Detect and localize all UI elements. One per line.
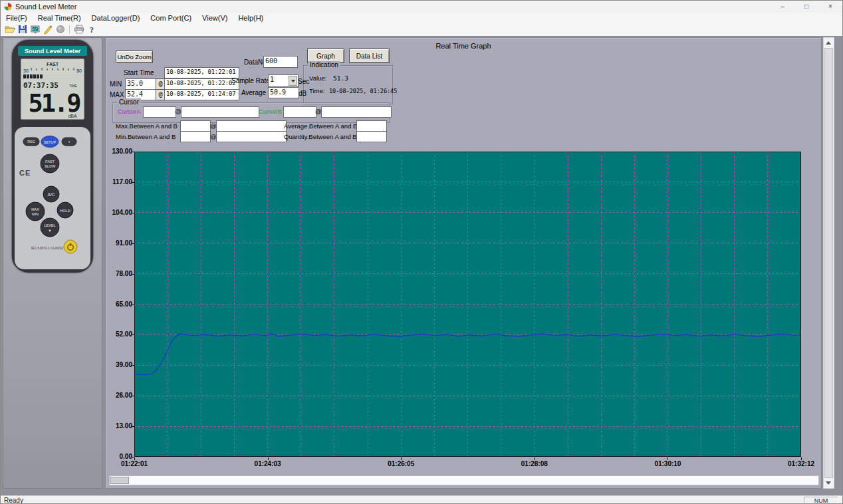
y-axis-label: 39.00 [106,361,132,368]
axis-tick [667,457,668,460]
ac-label: A/C [48,192,55,197]
iec-class-label: IEC 61672-1 CLASS2 [31,246,64,250]
y-axis-label: 13.00 [106,422,132,430]
y-axis-label: 26.00 [106,392,132,399]
menu-com-port[interactable]: Com Port(C) [145,14,197,22]
setup-pen-icon[interactable] [41,23,54,35]
menu-real-time[interactable]: Real Time(R) [33,14,86,22]
scroll-up-icon[interactable] [826,41,831,45]
fast-label: FAST [45,160,55,164]
stop-record-icon[interactable] [54,23,66,35]
scroll-down-icon[interactable] [826,481,831,485]
axis-tick [132,305,134,305]
lcd-scale-high: 80 [76,68,82,73]
status-text: Ready [4,497,23,504]
setup-button-label: SETUP [44,140,57,144]
menu-view[interactable]: View(V) [197,14,233,22]
axis-tick [132,334,134,335]
menu-bar: File(F) Real Time(R) DataLogger(D) Com P… [1,13,842,23]
minimize-button[interactable]: – [771,1,794,13]
axis-tick [801,457,802,460]
axis-tick [535,457,535,460]
app-icon [4,3,12,11]
menu-help[interactable]: Help(H) [233,14,269,22]
maximize-button[interactable]: □ [794,1,818,13]
y-axis-label: 65.00 [106,301,132,308]
lcd-scale-low: 30 [23,68,29,73]
menu-file[interactable]: File(F) [1,14,33,22]
slow-label: SLOW [45,164,56,168]
x-axis-label: 01:26:05 [371,460,431,467]
status-num-indicator: NUM [804,497,838,504]
open-icon[interactable] [3,23,16,35]
close-button[interactable]: × [818,1,842,13]
realtime-monitor-icon[interactable] [29,23,41,35]
axis-tick [132,274,134,275]
realtime-chart[interactable] [134,152,801,457]
x-axis-label: 01:32:12 [771,460,822,467]
horizontal-scrollbar[interactable] [109,475,819,485]
axis-tick [132,182,134,183]
vertical-scrollbar-thumb[interactable] [824,48,833,478]
y-axis-label: 104.00 [106,209,132,216]
axis-tick [268,457,269,460]
app-window: Sound Level Meter – □ × File(F) Real Tim… [0,0,843,504]
axis-tick [401,457,402,460]
plot[interactable] [134,152,801,457]
print-icon[interactable] [72,23,85,35]
min-label: MIN [32,212,39,216]
status-bar: Ready NUM [1,495,842,504]
y-axis-label: 91.00 [106,239,132,247]
ce-mark: CE [19,169,31,177]
client-area: Sound Level Meter FAST 30 80 07:37 [1,36,843,495]
axis-tick [132,365,134,366]
lcd-clock-label: TIME [69,84,78,88]
window-title: Sound Level Meter [15,3,76,11]
horizontal-scrollbar-thumb[interactable] [110,477,129,484]
window-controls: – □ × [771,1,842,13]
device-panel: Sound Level Meter FAST 30 80 07:37 [3,37,102,489]
help-icon[interactable]: ? [85,23,98,35]
y-axis-label: 0.00 [106,453,132,460]
toolbar-separator [69,25,70,34]
real-time-graph-panel: Real Time Graph UnDo Zoom DataNo. 600 Gr… [105,37,822,489]
lcd-unit: dBA [68,114,77,118]
y-axis-label: 52.00 [106,330,132,338]
graph-area: 130.00117.00104.0091.0078.0065.0052.0039… [106,38,821,488]
x-axis-label: 01:22:01 [105,460,164,467]
y-axis-label: 117.00 [106,178,132,186]
x-axis-label: 01:24:03 [238,460,298,467]
toolbar: ? [1,23,843,37]
hold-label: HOLD [60,209,70,213]
axis-tick [132,243,134,244]
save-icon[interactable] [16,23,29,35]
svg-text:?: ? [90,25,94,35]
lcd-mode: FAST [47,62,59,66]
y-axis-label: 130.00 [106,148,132,155]
y-axis-label: 78.00 [106,270,132,277]
vertical-scrollbar[interactable] [823,37,834,489]
rec-button-label: REC [27,140,35,144]
axis-tick [132,213,134,213]
axis-tick [132,426,134,427]
axis-tick [132,396,134,396]
x-axis-label: 01:28:08 [505,460,564,467]
level-arrow: ▼ [48,229,51,233]
level-label: LEVEL [44,223,55,227]
x-axis-label: 01:30:10 [638,460,697,467]
title-bar: Sound Level Meter – □ × [1,1,842,13]
device-brand: Sound Level Meter [25,47,81,55]
power-button [64,240,77,253]
menu-datalogger[interactable]: DataLogger(D) [86,14,146,22]
max-label: MAX [31,207,39,211]
axis-tick [132,152,134,152]
device-image: Sound Level Meter FAST 30 80 07:37 [3,38,100,304]
axis-tick [134,457,135,460]
